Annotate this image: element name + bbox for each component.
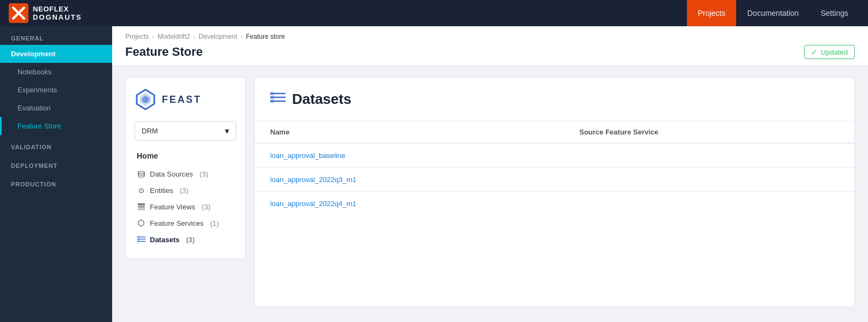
feast-nav-data-sources[interactable]: Data Sources (3) — [135, 166, 236, 182]
breadcrumb-sep1: › — [152, 33, 154, 40]
updated-label: Updated — [821, 48, 848, 56]
entities-count: (3) — [180, 186, 189, 195]
section-general: General — [0, 26, 112, 45]
svg-rect-13 — [137, 236, 139, 238]
feature-services-icon — [137, 219, 145, 227]
col-source: Source Feature Service — [564, 121, 854, 143]
datasets-table-body: loan_approval_baseline loan_approval_202… — [255, 143, 854, 215]
entities-icon: ⊙ — [137, 186, 145, 195]
col-name: Name — [255, 121, 564, 143]
row1-source — [564, 143, 854, 168]
feature-views-icon — [137, 202, 145, 211]
page-title: Feature Store — [125, 45, 203, 59]
row2-source — [564, 168, 854, 192]
row2-name-link[interactable]: loan_approval_2022q3_m1 — [270, 175, 357, 184]
datasets-icon — [137, 235, 145, 244]
logo-icon — [9, 3, 28, 23]
table-row: loan_approval_baseline — [255, 143, 854, 168]
svg-rect-14 — [137, 238, 139, 240]
svg-rect-15 — [137, 241, 139, 242]
breadcrumb: Projects › Modeldrift2 › Development › F… — [125, 33, 855, 40]
entities-label: Entities — [150, 186, 173, 195]
row3-name-link[interactable]: loan_approval_2022q4_m1 — [270, 200, 357, 208]
datasets-table-head: Name Source Feature Service — [255, 121, 854, 143]
nav-projects[interactable]: Projects — [687, 0, 737, 26]
feast-nav-feature-views[interactable]: Feature Views (3) — [135, 198, 236, 215]
logo: NEOFLEX DOGNAUTS — [9, 3, 82, 23]
feature-views-label: Feature Views — [150, 203, 195, 211]
feast-logo-text: FEAST — [162, 94, 202, 106]
sidebar-evaluation[interactable]: Evaluation — [0, 99, 112, 117]
content-area: Projects › Modeldrift2 › Development › F… — [112, 26, 868, 322]
table-row: loan_approval_2022q4_m1 — [255, 192, 854, 216]
content-header: Projects › Modeldrift2 › Development › F… — [112, 26, 868, 66]
nav-items: Projects Documentation Settings — [687, 0, 859, 26]
table-row: loan_approval_2022q3_m1 — [255, 168, 854, 192]
main-layout: General Development Notebooks Experiment… — [0, 26, 868, 322]
sidebar-experiments[interactable]: Experiments — [0, 81, 112, 99]
row3-source — [564, 192, 854, 216]
datasets-label: Datasets — [150, 236, 179, 244]
datasets-title: Datasets — [292, 91, 351, 108]
feast-nav-feature-services[interactable]: Feature Services (1) — [135, 215, 236, 231]
data-sources-label: Data Sources — [150, 170, 193, 178]
logo-line1: NEOFLEX — [33, 5, 82, 14]
feast-logo: FEAST — [135, 89, 236, 110]
sidebar-feature-store[interactable]: Feature Store — [0, 117, 112, 135]
breadcrumb-projects[interactable]: Projects — [125, 33, 149, 40]
section-validation: Validation — [0, 135, 112, 154]
datasets-panel: Datasets Name Source Feature Service loa… — [254, 77, 855, 307]
page-title-row: Feature Store ✓ Updated — [125, 45, 855, 66]
sidebar-development[interactable]: Development — [0, 45, 112, 63]
logo-line2: DOGNAUTS — [33, 13, 82, 21]
datasets-header-icon — [270, 92, 286, 107]
section-production: Production — [0, 172, 112, 191]
feast-nav-datasets[interactable]: Datasets (3) — [135, 231, 236, 248]
svg-rect-21 — [270, 99, 274, 103]
datasets-table: Name Source Feature Service loan_approva… — [255, 121, 854, 215]
datasets-count: (3) — [186, 236, 195, 244]
left-sidebar: General Development Notebooks Experiment… — [0, 26, 112, 322]
breadcrumb-modeldrift2[interactable]: Modeldrift2 — [158, 33, 190, 40]
datasets-header: Datasets — [255, 78, 854, 121]
breadcrumb-sep2: › — [193, 33, 195, 40]
feature-views-count: (3) — [202, 203, 211, 211]
data-sources-icon — [137, 169, 145, 178]
nav-documentation[interactable]: Documentation — [736, 0, 809, 26]
feast-panel: FEAST DRM ▾ Home Data Sources — [125, 77, 246, 259]
updated-badge: ✓ Updated — [804, 45, 855, 59]
sidebar-notebooks[interactable]: Notebooks — [0, 63, 112, 81]
nav-settings[interactable]: Settings — [809, 0, 859, 26]
breadcrumb-development[interactable]: Development — [199, 33, 237, 40]
feast-dropdown[interactable]: DRM ▾ — [135, 121, 236, 140]
feast-nav-title: Home — [135, 151, 236, 160]
top-nav: NEOFLEX DOGNAUTS Projects Documentation … — [0, 0, 868, 26]
feast-dropdown-value: DRM — [142, 127, 158, 135]
svg-rect-20 — [270, 96, 274, 99]
feature-services-count: (1) — [210, 219, 219, 227]
breadcrumb-sep3: › — [241, 33, 243, 40]
feast-logo-icon — [135, 89, 156, 110]
feature-services-label: Feature Services — [150, 219, 203, 227]
svg-rect-19 — [270, 92, 274, 95]
svg-rect-9 — [138, 208, 145, 210]
svg-point-6 — [138, 171, 144, 173]
chevron-down-icon: ▾ — [225, 126, 229, 136]
row1-name: loan_approval_baseline — [255, 143, 564, 168]
breadcrumb-feature-store: Feature store — [246, 33, 284, 40]
inner-content: FEAST DRM ▾ Home Data Sources — [112, 66, 868, 318]
svg-rect-7 — [138, 203, 145, 206]
row3-name: loan_approval_2022q4_m1 — [255, 192, 564, 216]
check-icon: ✓ — [811, 48, 818, 56]
data-sources-count: (3) — [200, 170, 208, 178]
svg-rect-8 — [138, 206, 145, 208]
feast-nav-entities[interactable]: ⊙ Entities (3) — [135, 182, 236, 198]
section-deployment: Deployment — [0, 154, 112, 172]
row1-name-link[interactable]: loan_approval_baseline — [270, 151, 345, 160]
table-header-row: Name Source Feature Service — [255, 121, 854, 143]
row2-name: loan_approval_2022q3_m1 — [255, 168, 564, 192]
